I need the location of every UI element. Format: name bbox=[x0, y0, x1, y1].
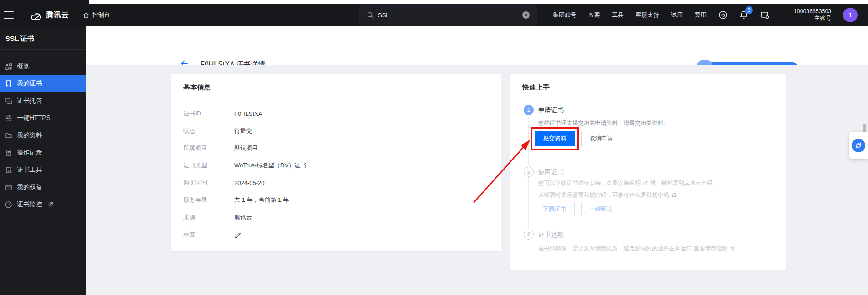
step-3-circle: 3 bbox=[524, 230, 534, 240]
sidebar-item-operation-log[interactable]: 操作记录 bbox=[0, 144, 86, 161]
avatar[interactable]: 1 bbox=[843, 8, 858, 22]
field-row-cert-type: 证书类型 WoTrus-域名型（DV）证书 bbox=[183, 157, 488, 174]
sidebar-item-overview[interactable]: 概览 bbox=[0, 58, 86, 75]
helper-swirl-icon bbox=[852, 139, 865, 152]
nav-item-billing[interactable]: 费用 bbox=[695, 11, 707, 19]
field-value: 待提交 bbox=[234, 127, 252, 135]
notification-badge: 9 bbox=[745, 6, 753, 14]
sidebar-item-label: 证书工具 bbox=[17, 166, 42, 174]
sidebar: SSL 证书 概览 我的证书 证书托管 bbox=[0, 26, 86, 295]
screen: 腾讯云 控制台 ✕ 集团账号 备案 工具 客服支持 试用 费用 bbox=[0, 0, 868, 295]
step-2-desc-line1: 您可以下载证书进行安装，查看安装说明 或一键部署到其他云产品。 bbox=[538, 180, 718, 187]
sidebar-item-one-click-https[interactable]: 一键HTTPS bbox=[0, 110, 86, 127]
field-row-cert-id: 证书ID F0HLStXA bbox=[183, 105, 488, 122]
console-label: 控制台 bbox=[92, 11, 110, 19]
basic-info-fields: 证书ID F0HLStXA 状态 待提交 所属项目 默认项目 证书类型 WoTr… bbox=[183, 105, 488, 243]
step-1-title: 申请证书 bbox=[538, 106, 564, 115]
sidebar-title: SSL 证书 bbox=[5, 35, 34, 43]
step-1-desc: 您的证书还未提交相关申请资料，请提交相关资料。 bbox=[538, 120, 669, 127]
field-row-purchase-time: 购买时间 2024-05-20 bbox=[183, 174, 488, 191]
search-input[interactable] bbox=[378, 12, 518, 19]
page-header: F0HLStXA 证书详情 基本信息 关联云资源 部署记录 证书更新 证书下载 … bbox=[86, 26, 868, 65]
step-3-title: 证书过期 bbox=[538, 231, 564, 239]
monitor-gauge-icon bbox=[5, 201, 12, 208]
navbar-divider bbox=[782, 10, 782, 20]
field-label: 服务年限 bbox=[183, 196, 234, 204]
field-value: 默认项目 bbox=[234, 144, 258, 152]
one-click-deploy-button[interactable]: 一键部署 bbox=[581, 202, 621, 216]
workbench-icon[interactable] bbox=[760, 10, 770, 20]
step-2-desc-text: 若部署时提示需要私钥密码，可参考什么是私钥密码 bbox=[538, 191, 669, 199]
external-link-icon bbox=[730, 246, 735, 251]
sidebar-item-label: 证书托管 bbox=[17, 97, 42, 105]
search-clear-icon[interactable]: ✕ bbox=[522, 11, 530, 19]
https-slider-icon bbox=[5, 115, 12, 122]
sidebar-item-label: 我的资料 bbox=[17, 131, 42, 140]
external-link-icon bbox=[671, 193, 676, 198]
ticket-icon[interactable] bbox=[718, 10, 727, 20]
sidebar-item-label: 操作记录 bbox=[17, 149, 42, 157]
folder-icon bbox=[5, 132, 12, 139]
step-2-desc-text: 您可以下载证书进行安装，查看安装说明 bbox=[538, 180, 641, 187]
field-row-service-years: 服务年限 共 1 年，当前第 1 年 bbox=[183, 191, 488, 209]
certificate-icon bbox=[5, 80, 12, 87]
search-icon bbox=[367, 11, 374, 19]
field-value: F0HLStXA bbox=[234, 110, 262, 117]
sidebar-item-my-benefits[interactable]: 我的权益 bbox=[0, 179, 86, 196]
nav-item-icp[interactable]: 备案 bbox=[588, 11, 600, 19]
step-2-desc-line2: 若部署时提示需要私钥密码，可参考什么是私钥密码 bbox=[538, 191, 676, 199]
quick-start-title: 快速上手 bbox=[522, 83, 550, 92]
navbar-left: 腾讯云 控制台 bbox=[0, 4, 110, 26]
field-label: 证书ID bbox=[183, 110, 234, 118]
nav-item-support[interactable]: 客服支持 bbox=[636, 11, 659, 19]
basic-info-title: 基本信息 bbox=[183, 83, 211, 92]
field-row-status: 状态 待提交 bbox=[183, 122, 488, 140]
nav-item-group-account[interactable]: 集团账号 bbox=[553, 11, 576, 19]
sidebar-item-cert-tools[interactable]: 证书工具 bbox=[0, 161, 86, 179]
sidebar-item-label: 一键HTTPS bbox=[17, 114, 50, 122]
browser-edge-strip bbox=[89, 0, 868, 4]
step-2-desc-text: 或一键部署到其他云产品。 bbox=[650, 180, 718, 187]
navbar-divider bbox=[22, 10, 22, 20]
sidebar-item-cert-monitor[interactable]: 证书监控 bbox=[0, 196, 86, 213]
benefits-icon bbox=[5, 184, 12, 191]
external-link-icon bbox=[48, 202, 53, 207]
account-info[interactable]: 100036853503 主账号 bbox=[794, 8, 831, 22]
annotation-arrow bbox=[464, 136, 541, 209]
tencent-cloud-logo[interactable]: 腾讯云 bbox=[29, 10, 69, 20]
sidebar-menu: 概览 我的证书 证书托管 bbox=[0, 58, 86, 213]
step-2-title: 使用证书 bbox=[538, 168, 564, 176]
navbar-right: 集团账号 备案 工具 客服支持 试用 费用 9 bbox=[553, 4, 858, 26]
field-label: 标签 bbox=[183, 230, 234, 239]
field-label: 来源 bbox=[183, 213, 234, 221]
sidebar-item-label: 证书监控 bbox=[17, 200, 42, 209]
nav-item-trial[interactable]: 试用 bbox=[671, 11, 683, 19]
home-icon bbox=[83, 12, 90, 19]
nav-item-tools[interactable]: 工具 bbox=[612, 11, 624, 19]
global-search: ✕ bbox=[359, 4, 537, 26]
tools-icon bbox=[5, 166, 12, 174]
field-label: 所属项目 bbox=[183, 144, 234, 152]
account-id: 100036853503 bbox=[794, 8, 831, 15]
sidebar-item-cert-hosting[interactable]: 证书托管 bbox=[0, 92, 86, 110]
field-row-source: 来源 腾讯云 bbox=[183, 209, 488, 226]
notification-bell-icon[interactable]: 9 bbox=[739, 10, 748, 20]
sidebar-divider bbox=[0, 49, 86, 50]
overview-icon bbox=[5, 63, 12, 70]
sidebar-item-my-certificates[interactable]: 我的证书 bbox=[0, 75, 86, 92]
quick-start-card: 快速上手 1 申请证书 您的证书还未提交相关申请资料，请提交相关资料。 提交资料… bbox=[510, 74, 786, 270]
field-label: 证书类型 bbox=[183, 161, 234, 170]
step-1-circle: 1 bbox=[524, 105, 534, 115]
field-label: 购买时间 bbox=[183, 179, 234, 187]
sidebar-item-my-profile[interactable]: 我的资料 bbox=[0, 127, 86, 144]
cancel-application-button[interactable]: 取消申请 bbox=[581, 131, 621, 146]
field-value: 2024-05-20 bbox=[234, 180, 265, 186]
edit-tags-pencil-icon[interactable] bbox=[234, 231, 241, 238]
field-value: WoTrus-域名型（DV）证书 bbox=[234, 161, 306, 170]
field-row-tags: 标签 bbox=[183, 226, 488, 243]
field-value: 腾讯云 bbox=[234, 213, 252, 221]
step-3-desc-text: 证书到期前，需要及时续费更新，避免影响您的业务正常运行 查看续费流程 bbox=[538, 245, 727, 253]
console-nav-link[interactable]: 控制台 bbox=[83, 11, 110, 19]
floating-helper-widget[interactable] bbox=[849, 132, 868, 159]
menu-hamburger-icon[interactable] bbox=[4, 11, 14, 19]
